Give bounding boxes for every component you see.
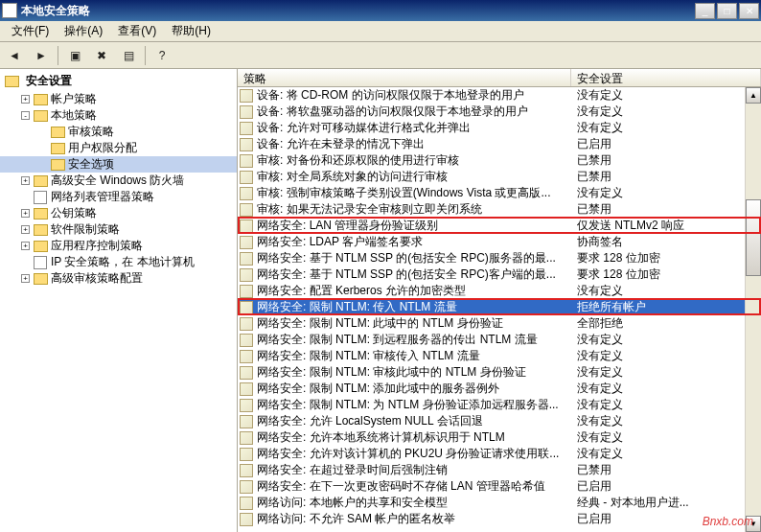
list-row[interactable]: 网络安全: 限制 NTLM: 到远程服务器的传出 NTLM 流量没有定义 [238,332,761,348]
tree-item-label: 软件限制策略 [51,221,120,238]
tree-item[interactable]: 审核策略 [0,124,237,140]
policy-setting: 仅发送 NTLMv2 响应 [571,218,761,234]
list-row[interactable]: 网络安全: 限制 NTLM: 审核传入 NTLM 流量没有定义 [238,348,761,364]
tree-item-label: 应用程序控制策略 [51,238,143,254]
menu-file[interactable]: 文件(F) [4,21,57,41]
tree-item[interactable]: +软件限制策略 [0,221,237,238]
policy-name: 网络访问: 本地帐户的共享和安全模型 [255,495,571,511]
list-row[interactable]: 网络安全: LAN 管理器身份验证级别仅发送 NTLMv2 响应 [238,218,761,234]
list-row[interactable]: 网络安全: 允许本地系统将计算机标识用于 NTLM没有定义 [238,429,761,446]
list-row[interactable]: 网络安全: 限制 NTLM: 传入 NTLM 流量拒绝所有帐户 [238,299,761,315]
menu-action[interactable]: 操作(A) [57,21,110,41]
list-row[interactable]: 网络访问: 本地帐户的共享和安全模型经典 - 对本地用户进... [238,495,761,511]
list-row[interactable]: 设备: 将 CD-ROM 的访问权限仅限于本地登录的用户没有定义 [238,87,761,104]
tree-item[interactable]: 网络列表管理器策略 [0,189,237,205]
list-row[interactable]: 网络安全: 基于 NTLM SSP 的(包括安全 RPC)客户端的最...要求 … [238,266,761,283]
list-row[interactable]: 网络安全: 允许 LocalSystem NULL 会话回退没有定义 [238,413,761,429]
tree-item[interactable]: 安全选项 [0,156,237,173]
policy-item-icon [238,236,255,249]
tree-item[interactable]: +帐户策略 [0,91,237,107]
help-button[interactable]: ? [151,45,173,66]
expand-icon[interactable]: + [21,176,30,185]
policy-item-icon [238,154,255,168]
expand-icon[interactable]: + [21,225,30,234]
list-row[interactable]: 审核: 如果无法记录安全审核则立即关闭系统已禁用 [238,201,761,218]
tree-item[interactable]: +高级审核策略配置 [0,270,237,287]
policy-name: 网络安全: 允许对该计算机的 PKU2U 身份验证请求使用联... [255,446,571,462]
policy-setting: 已禁用 [571,201,761,218]
folder-icon [33,93,48,106]
explore-button[interactable]: ▣ [64,45,85,66]
policy-name: 网络安全: 限制 NTLM: 为 NTLM 身份验证添加远程服务器... [255,397,571,413]
tree-item[interactable]: +公钥策略 [0,205,237,221]
tree-item[interactable]: +高级安全 Windows 防火墙 [0,173,237,189]
list-row[interactable]: 审核: 强制审核策略子类别设置(Windows Vista 或更高版...没有定… [238,185,761,201]
policy-name: 网络安全: 限制 NTLM: 传入 NTLM 流量 [255,299,571,315]
back-button[interactable]: ◄ [4,45,25,66]
policy-setting: 没有定义 [571,332,761,348]
close-button[interactable]: ✕ [739,3,759,19]
list-row[interactable]: 网络安全: 允许对该计算机的 PKU2U 身份验证请求使用联...没有定义 [238,446,761,462]
tree-item[interactable]: IP 安全策略，在 本地计算机 [0,254,237,270]
policy-item-icon [238,431,255,445]
tree-item[interactable]: +应用程序控制策略 [0,238,237,254]
policy-name: 设备: 允许在未登录的情况下弹出 [255,136,571,152]
policy-item-icon [238,497,255,510]
policy-name: 网络安全: LAN 管理器身份验证级别 [255,218,571,234]
policy-name: 网络安全: 配置 Kerberos 允许的加密类型 [255,283,571,299]
expand-icon[interactable]: + [21,209,30,218]
tree-item-label: 安全选项 [68,156,114,173]
list-row[interactable]: 审核: 对备份和还原权限的使用进行审核已禁用 [238,152,761,169]
policy-setting: 已禁用 [571,462,761,478]
tree-root[interactable]: 安全设置 [0,71,237,91]
policy-name: 网络安全: 基于 NTLM SSP 的(包括安全 RPC)客户端的最... [255,266,571,283]
policy-item-icon [238,448,255,461]
delete-button[interactable]: ✖ [91,45,112,66]
column-policy[interactable]: 策略 [238,69,571,86]
tree-item-label: 审核策略 [68,124,114,140]
policy-name: 网络安全: LDAP 客户端签名要求 [255,234,571,250]
list-row[interactable]: 网络安全: 在超过登录时间后强制注销已禁用 [238,462,761,478]
policy-setting: 没有定义 [571,413,761,429]
list-row[interactable]: 网络安全: 限制 NTLM: 审核此域中的 NTLM 身份验证没有定义 [238,364,761,381]
scroll-thumb[interactable] [746,199,761,276]
list-row[interactable]: 网络安全: 限制 NTLM: 此域中的 NTLM 身份验证全部拒绝 [238,315,761,332]
list-pane[interactable]: 策略 安全设置 设备: 将 CD-ROM 的访问权限仅限于本地登录的用户没有定义… [238,69,761,532]
maximize-button[interactable]: □ [717,3,737,19]
list-row[interactable]: 设备: 允许对可移动媒体进行格式化并弹出没有定义 [238,120,761,136]
policy-item-icon [238,252,255,266]
list-row[interactable]: 网络安全: 基于 NTLM SSP 的(包括安全 RPC)服务器的最...要求 … [238,250,761,266]
policy-setting: 全部拒绝 [571,315,761,332]
tree-item[interactable]: 用户权限分配 [0,140,237,156]
minimize-button[interactable]: _ [695,3,715,19]
policy-name: 网络安全: 基于 NTLM SSP 的(包括安全 RPC)服务器的最... [255,250,571,266]
tree-item[interactable]: -本地策略 [0,107,237,124]
policy-name: 网络安全: 限制 NTLM: 添加此域中的服务器例外 [255,381,571,397]
toolbar: ◄ ► ▣ ✖ ▤ ? [0,42,761,69]
policy-icon [33,256,48,269]
column-setting[interactable]: 安全设置 [571,69,761,86]
list-row[interactable]: 网络安全: 配置 Kerberos 允许的加密类型没有定义 [238,283,761,299]
forward-button[interactable]: ► [31,45,52,66]
list-row[interactable]: 网络访问: 不允许 SAM 帐户的匿名枚举已启用 [238,511,761,527]
vertical-scrollbar[interactable]: ▲ ▼ [745,87,761,532]
list-row[interactable]: 网络安全: 限制 NTLM: 为 NTLM 身份验证添加远程服务器...没有定义 [238,397,761,413]
list-row[interactable]: 设备: 允许在未登录的情况下弹出已启用 [238,136,761,152]
menu-help[interactable]: 帮助(H) [164,21,219,41]
expand-icon[interactable]: + [21,242,30,250]
scroll-up-button[interactable]: ▲ [746,87,761,104]
policy-name: 网络安全: 允许本地系统将计算机标识用于 NTLM [255,429,571,446]
collapse-icon[interactable]: - [21,111,30,120]
properties-button[interactable]: ▤ [118,45,139,66]
expand-icon[interactable]: + [21,274,30,283]
list-row[interactable]: 审核: 对全局系统对象的访问进行审核已禁用 [238,169,761,185]
expand-icon[interactable]: + [21,95,30,104]
list-row[interactable]: 网络安全: 在下一次更改密码时不存储 LAN 管理器哈希值已启用 [238,478,761,495]
menu-view[interactable]: 查看(V) [110,21,164,41]
folder-icon [33,207,48,220]
policy-name: 审核: 对备份和还原权限的使用进行审核 [255,152,571,169]
list-row[interactable]: 设备: 将软盘驱动器的访问权限仅限于本地登录的用户没有定义 [238,104,761,120]
tree-pane[interactable]: 安全设置 +帐户策略-本地策略审核策略用户权限分配安全选项+高级安全 Windo… [0,69,238,532]
list-row[interactable]: 网络安全: LDAP 客户端签名要求协商签名 [238,234,761,250]
list-row[interactable]: 网络安全: 限制 NTLM: 添加此域中的服务器例外没有定义 [238,381,761,397]
